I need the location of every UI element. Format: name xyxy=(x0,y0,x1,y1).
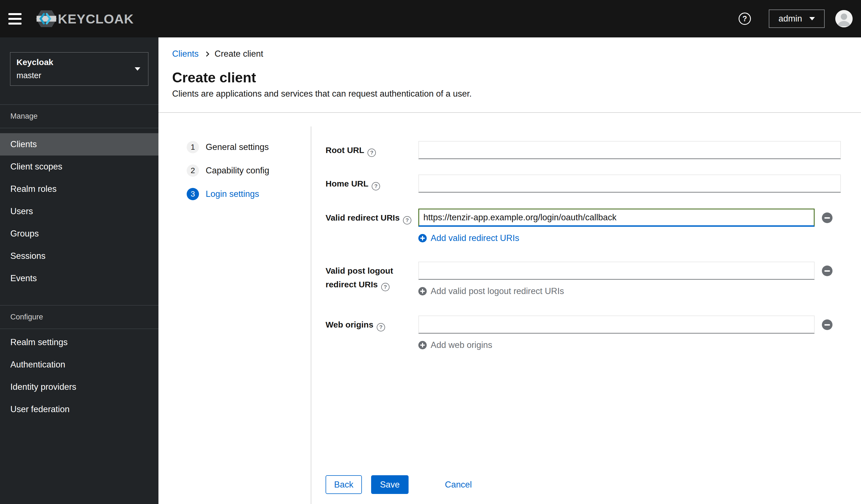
field-label: Valid redirect URIs? xyxy=(326,209,418,243)
add-valid-post-logout-redirect-uri-button[interactable]: Add valid post logout redirect URIs xyxy=(418,286,841,296)
step-label: Login settings xyxy=(206,189,259,199)
form-row-valid-redirect-uris: Valid redirect URIs? Add valid redirect … xyxy=(326,209,841,243)
step-number-badge: 1 xyxy=(187,141,199,153)
avatar[interactable] xyxy=(835,10,852,27)
brand-wordmark: KEYCLOAK xyxy=(58,11,134,27)
plus-circle-icon xyxy=(418,341,427,349)
sidebar-item-users[interactable]: Users xyxy=(0,200,159,223)
main-content: Clients Create client Create client Clie… xyxy=(159,38,861,504)
app-shell: Keycloak master Manage Clients Client sc… xyxy=(0,38,861,504)
field-control xyxy=(418,174,841,193)
add-valid-redirect-uri-button[interactable]: Add valid redirect URIs xyxy=(418,234,841,243)
wizard-steps-nav: 1 General settings 2 Capability config 3… xyxy=(159,113,311,504)
root-url-label: Root URL xyxy=(326,145,364,155)
person-icon xyxy=(835,10,852,27)
sidebar-item-realm-settings[interactable]: Realm settings xyxy=(0,331,159,353)
nav-group-configure: Realm settings Authentication Identity p… xyxy=(0,329,159,420)
breadcrumb: Clients Create client xyxy=(172,48,847,59)
wizard-step-general-settings[interactable]: 1 General settings xyxy=(187,141,311,153)
step-label: Capability config xyxy=(206,166,269,176)
create-client-wizard: 1 General settings 2 Capability config 3… xyxy=(159,113,861,504)
multi-value-row xyxy=(418,262,841,280)
add-web-origins-button[interactable]: Add web origins xyxy=(418,340,841,350)
home-url-input[interactable] xyxy=(418,174,841,193)
question-circle-icon[interactable]: ? xyxy=(368,149,376,157)
plus-circle-icon xyxy=(418,234,427,242)
sidebar-item-realm-roles[interactable]: Realm roles xyxy=(0,178,159,200)
wizard-step-login-settings[interactable]: 3 Login settings xyxy=(187,188,311,200)
plus-circle-icon xyxy=(418,287,427,295)
nav-section-title-configure: Configure xyxy=(0,306,159,328)
login-settings-form: Root URL? Home URL? xyxy=(311,113,861,504)
sidebar-item-groups[interactable]: Groups xyxy=(0,223,159,245)
root-url-input[interactable] xyxy=(418,141,841,159)
current-realm-name: master xyxy=(16,70,142,81)
step-label: General settings xyxy=(206,142,269,152)
add-link-label: Add valid post logout redirect URIs xyxy=(430,286,564,296)
wizard-actions: Back Save Cancel xyxy=(326,475,841,494)
wizard-step-capability-config[interactable]: 2 Capability config xyxy=(187,165,311,177)
add-link-label: Add valid redirect URIs xyxy=(430,233,519,243)
field-control xyxy=(418,141,841,159)
form-row-home-url: Home URL? xyxy=(326,174,841,193)
breadcrumb-separator-chevron-icon xyxy=(204,51,209,56)
minus-circle-icon[interactable] xyxy=(822,212,833,223)
field-label: Root URL? xyxy=(326,141,418,159)
nav-section-title-manage: Manage xyxy=(0,105,159,128)
user-menu-dropdown[interactable]: admin xyxy=(769,10,825,28)
field-control: Add valid redirect URIs xyxy=(418,209,841,243)
hamburger-menu-icon[interactable] xyxy=(9,13,22,25)
field-control: Add web origins xyxy=(418,316,841,350)
question-circle-icon[interactable]: ? xyxy=(403,216,411,224)
form-row-valid-post-logout-redirect-uris: Valid post logout redirect URIs? Add val… xyxy=(326,262,841,296)
sidebar-nav: Keycloak master Manage Clients Client sc… xyxy=(0,38,159,504)
sidebar-item-events[interactable]: Events xyxy=(0,267,159,290)
keycloak-logo[interactable]: KEYCLOAK xyxy=(36,7,134,31)
field-label: Valid post logout redirect URIs? xyxy=(326,262,418,296)
masthead: KEYCLOAK ? admin xyxy=(0,0,861,38)
sidebar-item-authentication[interactable]: Authentication xyxy=(0,353,159,376)
minus-circle-icon[interactable] xyxy=(822,266,833,276)
chevron-down-icon xyxy=(809,17,815,20)
realm-selector-dropdown[interactable]: Keycloak master xyxy=(10,52,148,86)
keycloak-admin-console: KEYCLOAK ? admin Keycloak master Manage xyxy=(0,0,861,504)
sidebar-item-user-federation[interactable]: User federation xyxy=(0,398,159,420)
sidebar-item-identity-providers[interactable]: Identity providers xyxy=(0,376,159,398)
form-row-root-url: Root URL? xyxy=(326,141,841,159)
help-icon[interactable]: ? xyxy=(739,13,751,25)
field-label: Home URL? xyxy=(326,174,418,193)
field-label: Web origins? xyxy=(326,316,418,350)
page-header: Clients Create client Create client Clie… xyxy=(159,38,861,100)
home-url-label: Home URL xyxy=(326,179,368,188)
save-button[interactable]: Save xyxy=(371,475,409,494)
cancel-button[interactable]: Cancel xyxy=(445,480,472,490)
valid-post-logout-redirect-uri-input[interactable] xyxy=(418,262,815,280)
step-number-badge: 2 xyxy=(187,165,199,177)
question-circle-icon[interactable]: ? xyxy=(381,283,390,291)
breadcrumb-current: Create client xyxy=(215,49,263,59)
sidebar-item-client-scopes[interactable]: Client scopes xyxy=(0,155,159,178)
multi-value-row xyxy=(418,209,841,227)
page-description: Clients are applications and services th… xyxy=(172,88,847,100)
user-menu-label: admin xyxy=(779,14,802,24)
question-circle-icon[interactable]: ? xyxy=(377,323,385,332)
web-origins-label: Web origins xyxy=(326,320,373,329)
nav-group-manage: Clients Client scopes Realm roles Users … xyxy=(0,128,159,290)
field-control: Add valid post logout redirect URIs xyxy=(418,262,841,296)
question-circle-icon[interactable]: ? xyxy=(372,182,380,191)
keycloak-hexagon-icon xyxy=(36,7,57,31)
valid-redirect-uri-input[interactable] xyxy=(418,209,815,227)
multi-value-row xyxy=(418,316,841,334)
minus-circle-icon[interactable] xyxy=(822,319,833,330)
sidebar-item-clients[interactable]: Clients xyxy=(0,133,159,155)
web-origins-input[interactable] xyxy=(418,316,815,334)
chevron-down-icon xyxy=(135,67,140,71)
valid-redirect-uris-label: Valid redirect URIs xyxy=(326,213,400,222)
add-link-label: Add web origins xyxy=(430,340,492,350)
realm-selector-title: Keycloak xyxy=(16,57,142,68)
sidebar-item-sessions[interactable]: Sessions xyxy=(0,245,159,267)
back-button[interactable]: Back xyxy=(326,475,362,494)
page-title: Create client xyxy=(172,70,847,86)
form-row-web-origins: Web origins? Add web origins xyxy=(326,316,841,350)
breadcrumb-link-clients[interactable]: Clients xyxy=(172,49,199,59)
